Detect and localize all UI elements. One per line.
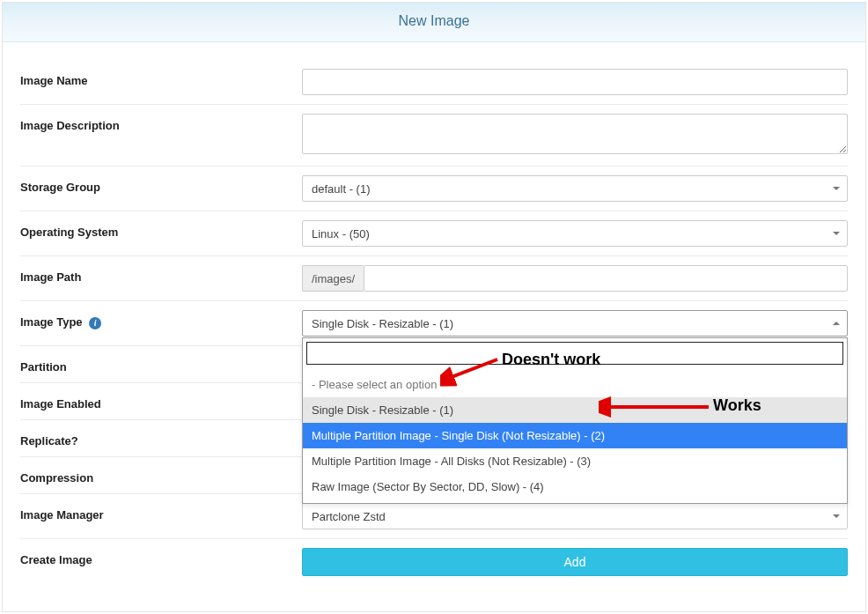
label-compression: Compression [20,466,302,485]
chevron-up-icon [833,322,840,325]
storage-group-select[interactable]: default - (1) [302,175,848,202]
label-operating-system: Operating System [20,220,302,239]
label-partition: Partition [20,355,302,374]
image-manager-select[interactable]: Partclone Zstd [302,503,848,529]
label-create-image: Create Image [20,548,302,566]
image-type-option-placeholder[interactable]: - Please select an option - [303,372,847,397]
label-replicate: Replicate? [20,429,302,448]
image-type-option-3[interactable]: Multiple Partition Image - All Disks (No… [303,448,847,474]
row-image-path: Image Path /images/ [20,256,848,301]
storage-group-value: default - (1) [312,182,370,196]
image-type-value: Single Disk - Resizable - (1) [312,317,453,330]
image-name-input[interactable] [302,69,848,95]
add-button[interactable]: Add [302,548,848,576]
label-storage-group: Storage Group [20,175,302,194]
form-panel: New Image Image Name Image Description S… [2,2,866,612]
dropdown-search-input[interactable] [306,342,843,365]
operating-system-select[interactable]: Linux - (50) [302,220,848,247]
label-image-name: Image Name [20,69,302,87]
chevron-down-icon [833,514,840,518]
chevron-down-icon [833,232,840,235]
chevron-down-icon [833,187,840,190]
image-path-prefix: /images/ [302,265,364,292]
dropdown-search-wrap [303,338,847,368]
image-type-dropdown: - Please select an option - Single Disk … [302,337,848,504]
label-image-enabled: Image Enabled [20,392,302,411]
dropdown-options: - Please select an option - Single Disk … [303,368,847,503]
row-image-description: Image Description [20,105,848,166]
label-image-description: Image Description [20,114,302,132]
panel-header: New Image [3,3,865,42]
label-image-type: Image Type i [20,310,302,329]
image-type-option-1[interactable]: Single Disk - Resizable - (1) [303,397,847,423]
image-description-textarea[interactable] [302,114,848,154]
image-type-option-4[interactable]: Raw Image (Sector By Sector, DD, Slow) -… [303,474,847,499]
form-body: Image Name Image Description Storage Gro… [3,42,865,611]
label-image-manager: Image Manager [20,503,302,522]
row-create-image: Create Image Add [20,539,848,585]
operating-system-value: Linux - (50) [312,227,370,240]
image-manager-value: Partclone Zstd [312,510,386,523]
image-path-input[interactable] [364,265,848,292]
row-image-name: Image Name [20,60,848,105]
row-operating-system: Operating System Linux - (50) [20,211,848,256]
label-image-path: Image Path [20,265,302,284]
info-icon[interactable]: i [89,317,101,329]
image-type-option-2[interactable]: Multiple Partition Image - Single Disk (… [303,423,847,448]
row-image-type: Image Type i Single Disk - Resizable - (… [20,301,848,346]
image-type-select[interactable]: Single Disk - Resizable - (1) [302,310,848,337]
panel-title: New Image [399,13,470,28]
row-storage-group: Storage Group default - (1) [20,166,848,211]
